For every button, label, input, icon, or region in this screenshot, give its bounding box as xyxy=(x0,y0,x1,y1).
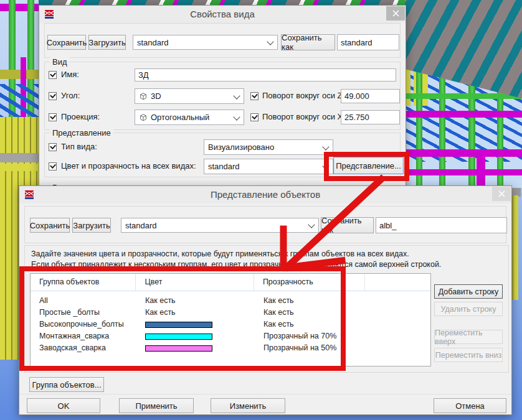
dialog-title: Представление объектов xyxy=(19,186,511,203)
table-row[interactable]: Монтажная_сварка Прозрачный на 70% xyxy=(31,330,430,342)
instructions-line1: Задайте значения цвета и прозрачности, к… xyxy=(31,250,409,258)
cell-group: All xyxy=(31,295,136,307)
cell-color: Как есть xyxy=(136,307,255,319)
rot-x-input[interactable] xyxy=(341,110,400,124)
table-row[interactable]: Высокопрочные_болты Как есть xyxy=(31,319,430,330)
projection-checkbox[interactable] xyxy=(49,113,57,121)
cube-icon xyxy=(139,113,148,122)
modify-button[interactable]: Изменить xyxy=(211,398,285,413)
chevron-down-icon xyxy=(233,92,240,99)
view-type-label: Тип вида: xyxy=(61,142,97,151)
cell-color xyxy=(136,342,255,354)
chevron-down-icon xyxy=(322,143,329,150)
view-type-value: Визуализировано xyxy=(208,142,274,152)
view-properties-titlebar[interactable]: Свойства вида xyxy=(39,6,406,23)
color-swatch xyxy=(145,345,212,352)
cell-color xyxy=(136,319,255,330)
table-row[interactable]: Простые _болты Как есть Как есть xyxy=(31,307,430,319)
cancel-button[interactable]: Отмена xyxy=(434,398,506,413)
cell-group: Монтажная_сварка xyxy=(31,330,136,342)
view-type-checkbox[interactable] xyxy=(49,143,57,151)
color-transparency-combobox[interactable]: standard xyxy=(204,159,333,174)
angle-label: Угол: xyxy=(61,91,80,100)
column-header-color[interactable]: Цвет xyxy=(136,274,254,291)
cell-transparency: Прозрачный на 70% xyxy=(255,330,366,342)
representation-group-label: Представление xyxy=(50,128,113,138)
object-representation-dialog: Представление объектов Сохранить Загрузи… xyxy=(19,185,512,415)
save-button[interactable]: Сохранить xyxy=(47,35,86,50)
rot-z-checkbox[interactable] xyxy=(250,92,259,100)
model-view-right-strip xyxy=(511,188,522,420)
save-button[interactable]: Сохранить xyxy=(30,218,70,233)
color-swatch xyxy=(145,334,212,340)
table-row[interactable]: Заводская_сварка Прозрачный на 50% xyxy=(31,342,430,354)
cell-color xyxy=(136,330,255,342)
column-header-empty xyxy=(365,274,430,291)
rot-z-input[interactable] xyxy=(341,89,400,103)
add-row-button[interactable]: Добавить строку xyxy=(434,284,503,299)
save-as-input[interactable] xyxy=(337,34,399,50)
rot-x-checkbox[interactable] xyxy=(250,113,259,121)
cube-icon xyxy=(139,92,148,101)
angle-checkbox[interactable] xyxy=(49,92,57,100)
close-button[interactable] xyxy=(386,6,405,21)
model-view-right xyxy=(405,0,522,188)
move-down-button[interactable]: Переместить вниз xyxy=(434,348,503,362)
table-header-row: Группа объектов Цвет Прозрачность xyxy=(31,274,430,291)
object-group-button[interactable]: Группа объектов... xyxy=(29,377,104,392)
footer-divider xyxy=(19,394,511,394)
preset-toolbar: Сохранить Загрузить standard Сохранить к… xyxy=(44,23,401,58)
model-view-top-strip xyxy=(39,0,405,5)
chevron-down-icon xyxy=(308,221,315,228)
preset-value: standard xyxy=(125,221,157,230)
chevron-down-icon xyxy=(233,113,240,120)
name-input[interactable] xyxy=(135,68,396,82)
preset-toolbar: Сохранить Загрузить standard Сохранить к… xyxy=(24,206,506,243)
column-header-transparency[interactable]: Прозрачность xyxy=(254,274,365,291)
view-type-combobox[interactable]: Визуализировано xyxy=(204,139,333,155)
color-transparency-label: Цвет и прозрачность на всех видах: xyxy=(61,161,196,170)
name-checkbox[interactable] xyxy=(49,71,57,79)
delete-row-button[interactable]: Удалить строку xyxy=(434,302,503,316)
projection-combobox[interactable]: Ортогональный xyxy=(135,110,244,125)
content-frame: Задайте значения цвета и прозрачности, к… xyxy=(24,245,509,373)
move-up-button[interactable]: Переместить вверх xyxy=(434,330,503,344)
projection-value: Ортогональный xyxy=(151,113,209,122)
save-as-button[interactable]: Сохранить как xyxy=(321,217,374,233)
object-representation-titlebar[interactable]: Представление объектов xyxy=(19,186,511,203)
representation-button[interactable]: Представление... xyxy=(333,157,404,174)
tekla-screen: Свойства вида Сохранить Загрузить standa… xyxy=(0,0,522,420)
cell-transparency: Прозрачный на 50% xyxy=(255,342,366,354)
save-as-input[interactable] xyxy=(376,217,507,233)
view-properties-dialog: Свойства вида Сохранить Загрузить standa… xyxy=(39,5,406,200)
close-icon xyxy=(392,10,399,17)
cell-group: Высокопрочные_болты xyxy=(31,319,136,330)
view-group: Вид Имя: Угол: 3D Поворот вокруг оси Z: … xyxy=(44,62,401,130)
close-button[interactable] xyxy=(492,187,511,201)
chevron-down-icon xyxy=(322,162,329,169)
angle-combobox[interactable]: 3D xyxy=(135,88,244,104)
angle-value: 3D xyxy=(151,91,161,101)
cell-group: Простые _болты xyxy=(31,307,136,319)
preset-value: standard xyxy=(137,38,169,47)
color-transparency-checkbox[interactable] xyxy=(49,162,57,170)
close-icon xyxy=(498,190,505,197)
preset-combobox[interactable]: standard xyxy=(133,35,278,50)
color-transparency-value: standard xyxy=(208,162,240,171)
chevron-down-icon xyxy=(267,38,273,45)
load-button[interactable]: Загрузить xyxy=(72,218,111,233)
ok-button[interactable]: OK xyxy=(27,398,100,413)
preset-combobox[interactable]: standard xyxy=(121,218,319,233)
representation-group: Представление Тип вида: Визуализировано … xyxy=(44,133,401,177)
column-header-group[interactable]: Группа объектов xyxy=(31,274,136,291)
name-label: Имя: xyxy=(61,70,79,79)
cell-transparency: Как есть xyxy=(255,307,366,319)
apply-button[interactable]: Применить xyxy=(119,398,194,413)
rot-z-label: Поворот вокруг оси Z: xyxy=(262,91,344,100)
save-as-button[interactable]: Сохранить как xyxy=(281,34,335,50)
object-groups-table[interactable]: Группа объектов Цвет Прозрачность All Ка… xyxy=(30,273,431,366)
table-row[interactable]: All Как есть Как есть xyxy=(31,295,430,307)
dialog-title: Свойства вида xyxy=(39,6,406,23)
cell-transparency: Как есть xyxy=(255,295,366,307)
load-button[interactable]: Загрузить xyxy=(88,35,126,50)
